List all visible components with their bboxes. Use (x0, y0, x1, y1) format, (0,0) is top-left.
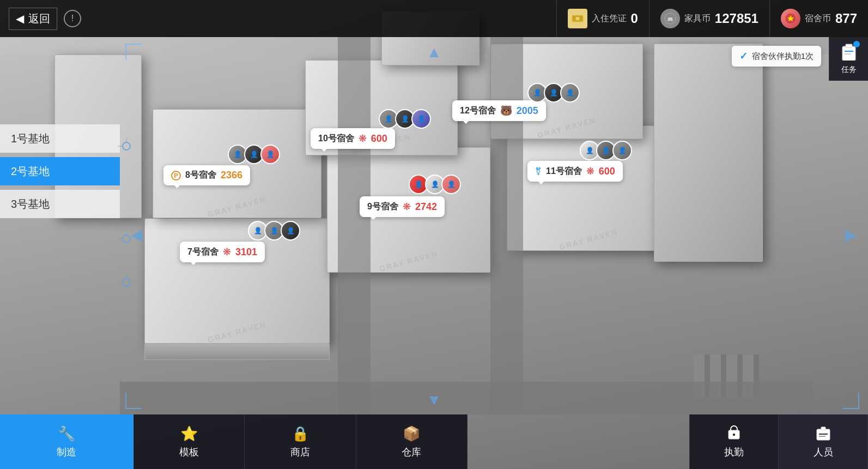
back-label: 返回 (28, 11, 50, 26)
avatar: 👤 (560, 83, 580, 103)
svg-rect-15 (819, 436, 825, 437)
svg-point-3 (667, 21, 669, 22)
dorm-7-icon: ❋ (223, 246, 231, 258)
svg-point-4 (671, 21, 672, 22)
ticket-value: 0 (631, 11, 638, 26)
avatar-group-9: 👤 👤 👤 (409, 175, 461, 194)
building-8-label: GRAY RAVEN (207, 195, 267, 219)
sidebar-item-base1[interactable]: 1号基地 (0, 124, 120, 153)
nav-item-craft[interactable]: 🔧 制造 (0, 414, 133, 469)
nav-item-duty[interactable]: 执勤 (689, 414, 779, 469)
dorm-12-name: 12号宿舍 (460, 105, 496, 117)
dorm-card-12[interactable]: 12号宿舍 🐻 2005 (452, 100, 546, 121)
dorm-card-10[interactable]: 10号宿舍 ❋ 600 (311, 128, 395, 149)
info-icon: ! (71, 14, 74, 23)
dorm-9-score: 2742 (415, 201, 437, 213)
crosshair-2 (122, 234, 131, 243)
sidebar: 1号基地 2号基地 3号基地 (0, 37, 120, 229)
dorm-11-score: 600 (599, 166, 615, 177)
dorm-11-icon: ❋ (586, 165, 594, 177)
avatar-group-10: 👤 👤 👤 (379, 109, 431, 129)
header-left: ◀ 返回 ! (0, 8, 81, 30)
svg-rect-13 (821, 427, 825, 430)
arrow-up[interactable]: ▲ (427, 44, 442, 61)
bg-building-2 (654, 44, 763, 262)
nav-item-shop[interactable]: 🔒 商店 (245, 414, 356, 469)
svg-rect-7 (846, 44, 852, 47)
currency-bar: 入住凭证 0 家具币 127851 (556, 0, 869, 37)
dorm-12-icon: 🐻 (500, 105, 512, 117)
avatar: 👤 (260, 145, 280, 164)
dorm-currency-icon (781, 9, 800, 28)
task-notification: ✓ 宿舍伙伴执勤1次 (732, 46, 821, 67)
nav-spacer (468, 414, 689, 469)
svg-rect-9 (845, 53, 851, 55)
furniture-icon (660, 9, 680, 28)
avatar: 👤 (612, 141, 632, 160)
road-h (120, 382, 814, 414)
info-button[interactable]: ! (64, 10, 81, 27)
furniture-label: 家具币 (684, 13, 711, 25)
nav-item-staff[interactable]: 人员 (779, 414, 868, 469)
crosshair-1 (122, 142, 131, 151)
craft-icon: 🔧 (58, 425, 75, 442)
avatar-group-11: 👤 👤 👤 (580, 141, 632, 160)
staff-icon (815, 425, 832, 442)
arrow-down[interactable]: ▼ (427, 392, 442, 409)
warehouse-icon: 📦 (403, 425, 420, 442)
avatar: 👤 (441, 175, 461, 194)
task-button-label: 任务 (841, 65, 857, 75)
dorm-7-score: 3101 (235, 246, 257, 258)
base3-label: 3号基地 (11, 197, 50, 212)
task-icon-wrapper (840, 43, 858, 63)
sidebar-item-base3[interactable]: 3号基地 (0, 190, 120, 218)
currency-furniture: 家具币 127851 (649, 0, 769, 37)
svg-rect-1 (576, 17, 579, 20)
warehouse-label: 仓库 (402, 446, 421, 459)
building-12-label: GRAY RAVEN (536, 116, 597, 140)
hud-corner-br (843, 393, 859, 409)
task-badge (853, 41, 860, 47)
duty-icon (725, 425, 743, 442)
shop-label: 商店 (290, 446, 310, 459)
dorm-8-name: 8号宿舍 (185, 170, 216, 181)
svg-rect-8 (845, 51, 853, 52)
road-v2 (490, 37, 523, 414)
dorm-8-score: 2366 (221, 170, 242, 181)
back-button[interactable]: ◀ 返回 (9, 8, 57, 30)
building-7[interactable]: GRAY RAVEN (144, 218, 330, 344)
dorm-9-icon: ❋ (403, 201, 411, 213)
nav-item-template[interactable]: ⭐ 模板 (133, 414, 245, 469)
task-button[interactable]: 任务 (829, 37, 868, 81)
staff-label: 人员 (814, 446, 833, 459)
dorm-card-7[interactable]: 7号宿舍 ❋ 3101 (180, 242, 265, 262)
sidebar-item-base2[interactable]: 2号基地 (0, 157, 120, 185)
dorm-currency-value: 877 (835, 11, 857, 26)
template-icon: ⭐ (180, 425, 198, 442)
currency-ticket: 入住凭证 0 (556, 0, 649, 37)
nav-item-warehouse[interactable]: 📦 仓库 (356, 414, 468, 469)
game-background: GRAY RAVEN GRAY RAVEN GRAY RAVEN GRAY RA… (0, 0, 868, 469)
arrow-left[interactable]: ◀ (131, 226, 143, 244)
building-7-label: GRAY RAVEN (207, 320, 267, 344)
avatar: 👤 (411, 109, 431, 129)
hud-corner-tl (125, 44, 142, 60)
avatar-group-7: 👤 👤 👤 (248, 221, 300, 240)
building-7-base (144, 344, 330, 360)
bottom-nav: 🔧 制造 ⭐ 模板 🔒 商店 📦 仓库 执勤 人员 (0, 414, 868, 469)
dorm-card-9[interactable]: 9号宿舍 ❋ 2742 (360, 196, 445, 217)
dorm-card-8[interactable]: P 8号宿舍 2366 (163, 165, 250, 185)
dorm-card-11[interactable]: ⚧ 11号宿舍 ❋ 600 (527, 161, 623, 182)
template-label: 模板 (179, 446, 199, 459)
bg-scene: GRAY RAVEN GRAY RAVEN GRAY RAVEN GRAY RA… (0, 0, 868, 469)
ticket-icon (568, 9, 587, 28)
header: ◀ 返回 ! 入住凭证 0 (0, 0, 868, 37)
arrow-right[interactable]: ▶ (845, 226, 857, 244)
crosshair-3 (122, 278, 131, 287)
dorm-12-score: 2005 (517, 105, 538, 117)
dorm-11-name: 11号宿舍 (546, 166, 582, 177)
svg-rect-14 (819, 434, 828, 435)
dorm-10-icon: ❋ (359, 133, 367, 145)
task-notification-text: 宿舍伙伴执勤1次 (752, 51, 814, 62)
dorm-7-name: 7号宿舍 (187, 246, 218, 258)
